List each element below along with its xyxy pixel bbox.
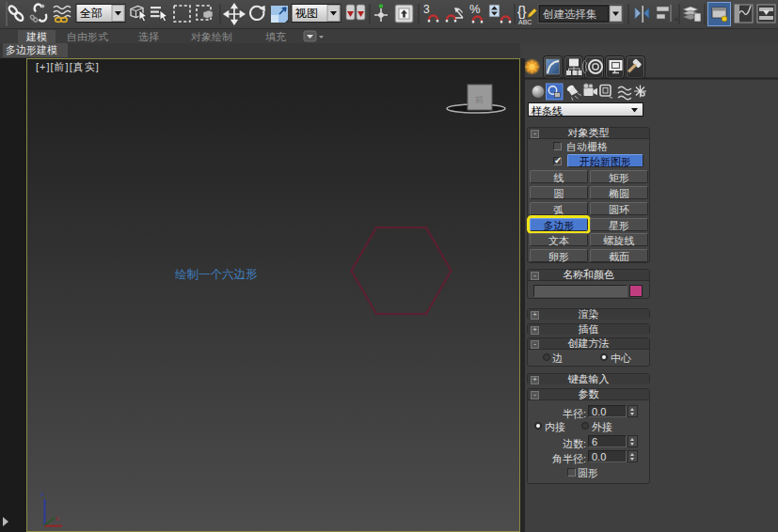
svg-text:{}: {} bbox=[517, 4, 527, 19]
svg-text:视图: 视图 bbox=[294, 7, 318, 20]
svg-text:全部: 全部 bbox=[80, 7, 103, 20]
svg-text:前: 前 bbox=[475, 95, 484, 104]
svg-text:ABC: ABC bbox=[518, 19, 532, 25]
svg-text:%: % bbox=[469, 2, 481, 16]
svg-text:3: 3 bbox=[423, 3, 430, 16]
svg-text:x: x bbox=[56, 514, 59, 523]
svg-text:z: z bbox=[40, 490, 44, 498]
svg-text:创建选择集: 创建选择集 bbox=[543, 8, 597, 20]
